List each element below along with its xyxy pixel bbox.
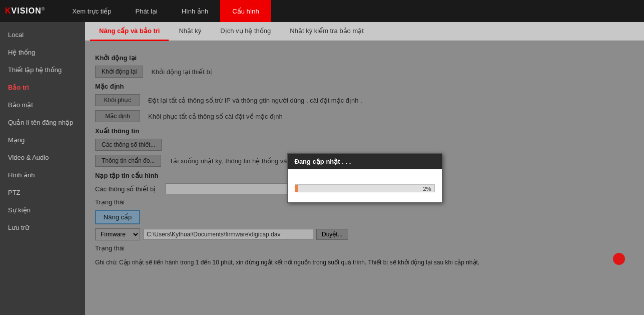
- sidebar-item-local[interactable]: Local: [0, 26, 85, 44]
- progress-bar-fill: [295, 185, 298, 192]
- modal-header: Đang cập nhật . . .: [288, 154, 442, 169]
- logo-prefix: K: [5, 7, 12, 15]
- sidebar-item-thiet-lap[interactable]: Thiết lập hệ thống: [0, 61, 85, 79]
- top-nav: KVISION® Xem trực tiếp Phát lại Hình ảnh…: [0, 0, 644, 22]
- nav-config[interactable]: Cấu hình: [220, 0, 271, 22]
- modal-overlay: Đang cập nhật . . . 2%: [85, 41, 644, 315]
- logo: KVISION®: [5, 7, 45, 16]
- sidebar-item-hinh-anh[interactable]: Hình ảnh: [0, 166, 85, 184]
- nav-live[interactable]: Xem trực tiếp: [60, 0, 123, 22]
- sidebar-item-mang[interactable]: Mạng: [0, 131, 85, 149]
- main-layout: Local Hệ thống Thiết lập hệ thống Bảo tr…: [0, 22, 644, 315]
- tab-nhat-ky[interactable]: Nhật ký: [170, 22, 210, 40]
- update-modal: Đang cập nhật . . . 2%: [287, 153, 442, 203]
- progress-bar-track: 2%: [295, 184, 435, 192]
- sidebar-item-bao-mat[interactable]: Bảo mật: [0, 96, 85, 114]
- sidebar-item-su-kien[interactable]: Sự kiện: [0, 201, 85, 219]
- progress-label: 2%: [423, 185, 431, 193]
- sidebar-item-bao-tri[interactable]: Bảo trì: [0, 79, 85, 96]
- modal-body: 2%: [288, 169, 442, 202]
- sidebar-item-quan-ly[interactable]: Quản lí tên đăng nhập: [0, 114, 85, 131]
- sidebar-item-luu-tru[interactable]: Lưu trữ: [0, 219, 85, 236]
- sidebar-item-he-thong[interactable]: Hệ thống: [0, 44, 85, 61]
- main-panel: Nâng cấp và bảo trì Nhật ký Dịch vụ hệ t…: [85, 22, 644, 315]
- sidebar-item-video-audio[interactable]: Video & Audio: [0, 149, 85, 166]
- nav-playback[interactable]: Phát lại: [124, 0, 170, 22]
- tab-dich-vu[interactable]: Dịch vụ hệ thống: [211, 22, 280, 40]
- tab-nang-cap[interactable]: Nâng cấp và bảo trì: [90, 22, 169, 41]
- nav-image[interactable]: Hình ảnh: [170, 0, 221, 22]
- logo-superscript: ®: [42, 7, 46, 12]
- tab-bar: Nâng cấp và bảo trì Nhật ký Dịch vụ hệ t…: [85, 22, 644, 41]
- tab-nhat-ky-bm[interactable]: Nhật ký kiểm tra bảo mật: [281, 22, 373, 40]
- sidebar: Local Hệ thống Thiết lập hệ thống Bảo tr…: [0, 22, 85, 315]
- content-area: Khởi động lại Khởi động lại Khởi động lạ…: [85, 41, 644, 315]
- sidebar-item-ptz[interactable]: PTZ: [0, 184, 85, 201]
- logo-brand: VISION: [12, 7, 42, 15]
